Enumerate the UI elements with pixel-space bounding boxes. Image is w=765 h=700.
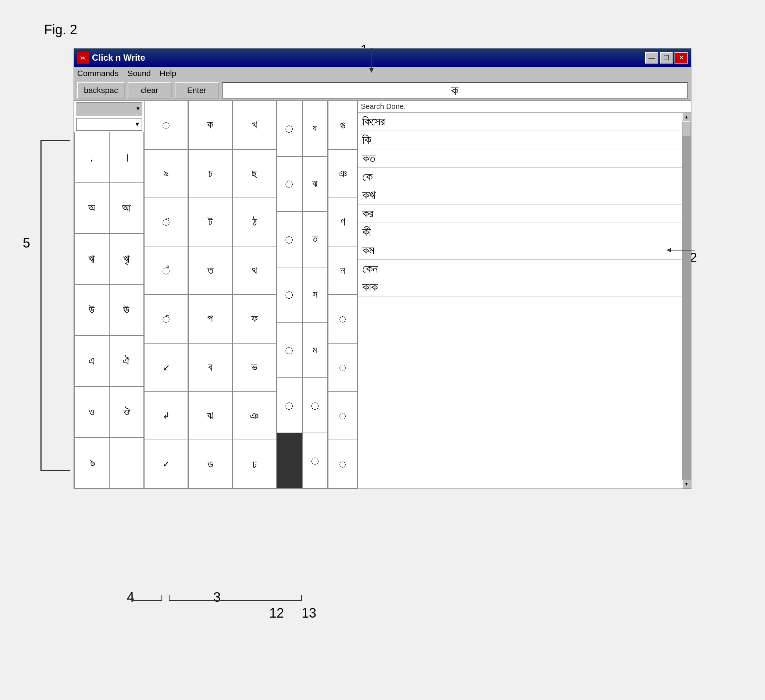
vowel-dropdown-2[interactable]: ▼ bbox=[76, 118, 142, 131]
vowel-cell-12[interactable]: ঌ bbox=[74, 437, 109, 489]
word-item-8[interactable]: কেন bbox=[358, 260, 682, 278]
dia-cell-3[interactable]: ঝ bbox=[302, 156, 328, 212]
window-title: Click n Write bbox=[92, 53, 145, 63]
scrollbar-thumb[interactable] bbox=[683, 121, 691, 136]
ext-cell-2[interactable]: ণ bbox=[328, 198, 357, 246]
restore-button[interactable]: ❐ bbox=[660, 52, 673, 64]
dia-cell-0[interactable]: ◌ bbox=[277, 101, 302, 156]
ext-cell-0[interactable]: ঙ bbox=[328, 101, 357, 149]
vowel-cell-6[interactable]: উ bbox=[74, 285, 109, 336]
menu-commands[interactable]: Commands bbox=[77, 69, 118, 78]
dia-cell-8[interactable]: ◌ bbox=[277, 322, 302, 378]
con2-cell-2[interactable]: ঠ bbox=[233, 198, 276, 246]
vowel-cell-2[interactable]: অ bbox=[74, 183, 109, 234]
mod-cell-4[interactable]: ◌̃ bbox=[144, 295, 188, 343]
ext-cell-5[interactable]: ◌ bbox=[328, 343, 357, 392]
con1-cell-1[interactable]: চ bbox=[188, 149, 232, 198]
vowel-cell-11[interactable]: ঔ bbox=[109, 386, 144, 438]
vowel-cell-7[interactable]: ঊ bbox=[109, 285, 144, 336]
con2-cell-1[interactable]: ছ bbox=[233, 149, 276, 198]
dia-cell-10[interactable]: ◌ bbox=[277, 378, 302, 433]
con1-cell-0[interactable]: ক bbox=[188, 101, 232, 149]
word-item-3[interactable]: কে bbox=[358, 168, 682, 186]
vowel-cell-8[interactable]: এ bbox=[74, 336, 109, 386]
con2-cell-5[interactable]: ভ bbox=[233, 343, 276, 392]
title-buttons: — ❐ ✕ bbox=[645, 52, 688, 64]
word-item-4[interactable]: কঋ bbox=[358, 186, 682, 205]
annotation-4: 4 bbox=[127, 590, 134, 605]
con2-cell-0[interactable]: খ bbox=[233, 101, 276, 149]
ext-cell-6[interactable]: ◌ bbox=[328, 392, 357, 440]
vowel-cell-9[interactable]: ঐ bbox=[109, 336, 144, 386]
word-item-9[interactable]: কাক bbox=[358, 278, 682, 296]
dropdown-arrow-2: ▼ bbox=[134, 121, 140, 128]
dia-cell-4[interactable]: ◌ bbox=[277, 211, 302, 267]
consonant-panel-2: খ ছ ঠ থ ফ ভ ঞ ঢ bbox=[233, 101, 277, 489]
mod-cell-1[interactable]: ৯ bbox=[144, 149, 188, 198]
backspace-button[interactable]: backspac bbox=[77, 82, 125, 99]
diacritic-grid: ◌ ষ ◌ ঝ ◌ ত ◌ স ◌ ম ◌ ◌ ◌ bbox=[277, 101, 328, 489]
extra-consonant-grid: ঙ ঞ ণ ন ◌ ◌ ◌ ◌ bbox=[328, 101, 357, 489]
annotation-13: 13 bbox=[302, 605, 316, 621]
mod-cell-7[interactable]: ✓ bbox=[144, 440, 188, 489]
vowel-cell-10[interactable]: ও bbox=[74, 386, 109, 438]
con1-cell-3[interactable]: ত bbox=[188, 246, 232, 295]
con1-cell-7[interactable]: ড bbox=[188, 440, 232, 489]
ext-cell-4[interactable]: ◌ bbox=[328, 295, 357, 343]
close-button[interactable]: ✕ bbox=[675, 52, 688, 64]
dia-cell-9[interactable]: ম bbox=[302, 322, 328, 378]
word-item-7[interactable]: কম bbox=[358, 241, 682, 260]
dia-cell-5[interactable]: ত bbox=[302, 211, 328, 267]
dia-cell-11[interactable]: ◌ bbox=[302, 378, 328, 433]
con1-cell-6[interactable]: ঝ bbox=[188, 392, 232, 440]
con1-cell-2[interactable]: ট bbox=[188, 198, 232, 246]
dia-cell-7[interactable]: স bbox=[302, 267, 328, 323]
vowel-cell-0[interactable]: , bbox=[74, 132, 109, 183]
word-item-0[interactable]: কিসের bbox=[358, 113, 682, 131]
dia-cell-2[interactable]: ◌ bbox=[277, 156, 302, 212]
scrollbar-up-button[interactable]: ▲ bbox=[682, 113, 691, 121]
vowel-dropdown-1[interactable]: ▼ bbox=[76, 102, 142, 115]
word-item-5[interactable]: কর bbox=[358, 205, 682, 223]
scrollbar-down-button[interactable]: ▼ bbox=[682, 480, 691, 489]
annotation-5: 5 bbox=[23, 235, 30, 251]
word-item-6[interactable]: কী bbox=[358, 223, 682, 241]
mod-cell-3[interactable]: ◌̊ bbox=[144, 246, 188, 295]
ext-cell-7[interactable]: ◌ bbox=[328, 440, 357, 489]
mod-cell-5[interactable]: ↙ bbox=[144, 343, 188, 392]
dia-cell-6[interactable]: ◌ bbox=[277, 267, 302, 323]
con2-cell-7[interactable]: ঢ bbox=[233, 440, 276, 489]
consonant-grid-1: ক চ ট ত প ব ঝ ড bbox=[188, 101, 232, 489]
vowel-cell-13[interactable] bbox=[109, 437, 144, 489]
mod-cell-0[interactable]: ◌ bbox=[144, 101, 188, 149]
con1-cell-5[interactable]: ব bbox=[188, 343, 232, 392]
minimize-button[interactable]: — bbox=[645, 52, 658, 64]
display-area: ক bbox=[222, 82, 688, 99]
con2-cell-4[interactable]: ফ bbox=[233, 295, 276, 343]
vowel-cell-4[interactable]: ঋ bbox=[74, 233, 109, 285]
menu-sound[interactable]: Sound bbox=[127, 69, 151, 78]
con2-cell-3[interactable]: থ bbox=[233, 246, 276, 295]
mod-cell-6[interactable]: ↲ bbox=[144, 392, 188, 440]
extra-consonant-panel: ঙ ঞ ণ ন ◌ ◌ ◌ ◌ bbox=[328, 101, 357, 489]
dia-cell-1[interactable]: ষ bbox=[302, 101, 328, 156]
dia-cell-13[interactable]: ◌ bbox=[302, 433, 328, 489]
vowel-cell-5[interactable]: ৠ bbox=[109, 233, 144, 285]
con1-cell-4[interactable]: প bbox=[188, 295, 232, 343]
dropdown-arrow-1: ▼ bbox=[135, 106, 140, 112]
ext-cell-1[interactable]: ঞ bbox=[328, 149, 357, 198]
con2-cell-6[interactable]: ঞ bbox=[233, 392, 276, 440]
ext-cell-3[interactable]: ন bbox=[328, 246, 357, 295]
dia-cell-12[interactable] bbox=[277, 433, 302, 489]
modifier-panel: ◌ ৯ ◌̈ ◌̊ ◌̃ ↙ ↲ ✓ bbox=[144, 101, 188, 489]
clear-button[interactable]: clear bbox=[128, 82, 172, 99]
bracket-annotation-5 bbox=[41, 140, 70, 471]
enter-button[interactable]: Enter bbox=[175, 82, 219, 99]
vowel-cell-1[interactable]: । bbox=[109, 132, 144, 183]
menu-help[interactable]: Help bbox=[160, 69, 176, 78]
word-item-1[interactable]: কি bbox=[358, 131, 682, 149]
menu-bar: Commands Sound Help bbox=[74, 67, 691, 80]
vowel-cell-3[interactable]: আ bbox=[109, 183, 144, 234]
mod-cell-2[interactable]: ◌̈ bbox=[144, 198, 188, 246]
word-item-2[interactable]: কত bbox=[358, 149, 682, 168]
